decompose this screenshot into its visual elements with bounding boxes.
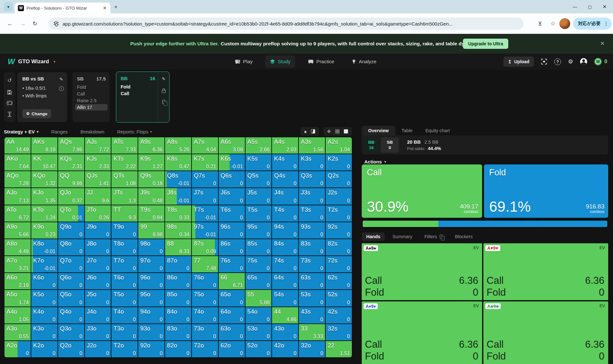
reload-icon[interactable]: ↻ xyxy=(33,20,37,27)
matrix-cell-A2s[interactable]: A2s1.04 xyxy=(326,137,352,154)
matrix-cell-T8o[interactable]: T8o0 xyxy=(111,239,138,255)
stack-depth-icon[interactable] xyxy=(7,112,12,117)
matrix-cell-Q4s[interactable]: Q4s0 xyxy=(272,171,298,187)
matrix-cell-K7o[interactable]: K7o-0.01 xyxy=(31,256,57,272)
site-settings-icon[interactable] xyxy=(54,21,59,26)
matrix-cell-J7o[interactable]: J7o0 xyxy=(85,256,111,272)
matrix-cell-KK[interactable]: KK10.47 xyxy=(31,154,57,171)
matrix-cell-Q9o[interactable]: Q9o0 xyxy=(58,222,84,239)
matrix-cell-J7s[interactable]: J7s0 xyxy=(192,188,218,204)
upload-button[interactable]: ↥ Upload xyxy=(503,57,534,67)
matrix-cell-87s[interactable]: 87s0.09 xyxy=(192,239,218,255)
matrix-cell-K9s[interactable]: K9s1.27 xyxy=(138,154,164,171)
sb-action-panel[interactable]: SB 17.5 FoldCallRaise 2.5Allin 17 xyxy=(72,72,110,122)
matrix-cell-76o[interactable]: 76o0 xyxy=(192,273,218,289)
install-app-icon[interactable]: ⊻ xyxy=(538,20,542,27)
matrix-cell-A8o[interactable]: A8o4.49 xyxy=(4,239,31,255)
matrix-cell-A9o[interactable]: A9o5.66 xyxy=(4,222,31,239)
matrix-cell-75s[interactable]: 75s0 xyxy=(246,256,272,272)
tab-hands[interactable]: Hands xyxy=(362,232,385,241)
matrix-cell-84o[interactable]: 84o0 xyxy=(165,307,191,323)
matrix-cell-99[interactable]: 998.98 xyxy=(138,222,164,239)
matrix-cell-85s[interactable]: 85s0 xyxy=(246,239,272,255)
matrix-cell-87o[interactable]: 87o0 xyxy=(165,256,191,272)
matrix-cell-QTs[interactable]: QTs1.08 xyxy=(111,171,138,187)
action-box-fold[interactable]: Fold69.1%916.83combos xyxy=(484,164,608,218)
matrix-cell-Q3s[interactable]: Q3s0 xyxy=(299,171,325,187)
matrix-cell-K3s[interactable]: K3s0 xyxy=(299,154,325,171)
matrix-cell-KTs[interactable]: KTs2.22 xyxy=(111,154,138,171)
matrix-cell-Q4o[interactable]: Q4o0 xyxy=(58,307,84,323)
browser-tab[interactable]: W Preflop - Solutions - GTO Wizar ✕ xyxy=(15,3,110,13)
matrix-cell-J3s[interactable]: J3s0 xyxy=(299,188,325,204)
matrix-cell-J2o[interactable]: J2o0 xyxy=(85,341,111,357)
nav-item-practice[interactable]: Practice xyxy=(303,56,339,68)
matrix-cell-63s[interactable]: 63s0 xyxy=(299,273,325,289)
sb-action-raise-2-5[interactable]: Raise 2.5 xyxy=(75,97,108,104)
matrix-cell-A6o[interactable]: A6o2.19 xyxy=(4,273,31,289)
matrix-cell-J4o[interactable]: J4o0 xyxy=(85,307,111,323)
matrix-cell-K6o[interactable]: K6o0 xyxy=(31,273,57,289)
matrix-cell-Q6s[interactable]: Q6s0 xyxy=(219,171,245,187)
matrix-cell-63o[interactable]: 63o0 xyxy=(219,324,245,340)
matrix-cell-T7s[interactable]: T7s-0.01 xyxy=(192,205,218,222)
matrix-cell-T5o[interactable]: T5o0 xyxy=(111,290,138,306)
matrix-cell-K5o[interactable]: K5o0 xyxy=(31,290,57,306)
window-close-icon[interactable]: ✕ xyxy=(602,4,607,10)
matrix-cell-33[interactable]: 333.33 xyxy=(299,324,325,340)
matrix-cell-K2s[interactable]: K2s0 xyxy=(326,154,352,171)
matrix-cell-K7s[interactable]: K7s0.21 xyxy=(192,154,218,171)
window-maximize-icon[interactable]: ▢ xyxy=(588,4,592,9)
matrix-cell-92s[interactable]: 92s0 xyxy=(326,222,352,239)
matrix-cell-94s[interactable]: 94s0 xyxy=(272,222,298,239)
tab-summary[interactable]: Summary xyxy=(388,232,417,241)
matrix-cell-83s[interactable]: 83s0 xyxy=(299,239,325,255)
matrix-cell-98s[interactable]: 98s0.34 xyxy=(165,222,191,239)
change-button[interactable]: ⚙ Change xyxy=(22,109,51,118)
matrix-cell-A4s[interactable]: A4s2.03 xyxy=(272,137,298,154)
matrix-cell-JTo[interactable]: JTo0.26 xyxy=(85,205,111,222)
matrix-cell-T4o[interactable]: T4o0 xyxy=(111,307,138,323)
matrix-cell-96o[interactable]: 96o0 xyxy=(138,273,164,289)
tab-breakdown[interactable]: Breakdown xyxy=(80,129,104,134)
matrix-cell-74s[interactable]: 74s0 xyxy=(272,256,298,272)
matrix-cell-Q6o[interactable]: Q6o0 xyxy=(58,273,84,289)
matrix-cell-A6s[interactable]: A6s3.08 xyxy=(219,137,245,154)
matrix-cell-52s[interactable]: 52s0 xyxy=(326,290,352,306)
matrix-cell-92o[interactable]: 92o0 xyxy=(138,341,164,357)
matrix-cell-KJs[interactable]: KJs2.33 xyxy=(85,154,111,171)
tab-overview[interactable]: Overview xyxy=(362,126,395,135)
matrix-cell-55[interactable]: 555.88 xyxy=(246,290,272,306)
matrix-cell-Q9s[interactable]: Q9s0.18 xyxy=(138,171,164,187)
settings-gear-icon[interactable]: ⚙ xyxy=(568,58,573,65)
bb-action-panel[interactable]: BB 16 FoldCall ✎ xyxy=(116,72,170,123)
matrix-cell-TT[interactable]: TT9.3 xyxy=(111,205,138,222)
bb-action-call[interactable]: Call xyxy=(119,90,157,97)
matrix-cell-82o[interactable]: 82o0 xyxy=(165,341,191,357)
actions-dropdown[interactable]: Actions▾ xyxy=(364,159,386,164)
matrix-cell-K8s[interactable]: K8s0.47 xyxy=(165,154,191,171)
action-box-call[interactable]: Call30.9%409.17combos xyxy=(362,164,482,218)
matrix-cell-75o[interactable]: 75o0 xyxy=(192,290,218,306)
matrix-cell-T4s[interactable]: T4s0 xyxy=(272,205,298,222)
nav-item-play[interactable]: Play xyxy=(231,56,257,68)
nav-item-study[interactable]: Study xyxy=(265,56,295,68)
suits-view-icon[interactable]: ♠ xyxy=(304,129,306,134)
forward-icon[interactable]: → xyxy=(20,20,26,27)
matrix-cell-72o[interactable]: 72o0 xyxy=(192,341,218,357)
matrix-cell-98o[interactable]: 98o0 xyxy=(138,239,164,255)
gamepad-icon[interactable] xyxy=(7,101,12,105)
matrix-cell-76s[interactable]: 76s0 xyxy=(219,256,245,272)
matrix-cell-J2s[interactable]: J2s0 xyxy=(326,188,352,204)
matrix-cell-T3s[interactable]: T3s0 xyxy=(299,205,325,222)
window-minimize-icon[interactable]: — xyxy=(573,4,577,9)
matrix-cell-A3o[interactable]: A3o0.55 xyxy=(4,324,31,340)
matrix-cell-K4s[interactable]: K4s0 xyxy=(272,154,298,171)
matrix-cell-J8s[interactable]: J8s-0.01 xyxy=(165,188,191,204)
matrix-cell-KQo[interactable]: KQo1.32 xyxy=(31,171,57,187)
matrix-cell-AQs[interactable]: AQs7.86 xyxy=(58,137,84,154)
matrix-cell-J8o[interactable]: J8o0 xyxy=(85,239,111,255)
matrix-cell-K4o[interactable]: K4o0 xyxy=(31,307,57,323)
matrix-cell-K3o[interactable]: K3o0 xyxy=(31,324,57,340)
brand[interactable]: W GTO Wizard ▾ xyxy=(8,57,56,66)
